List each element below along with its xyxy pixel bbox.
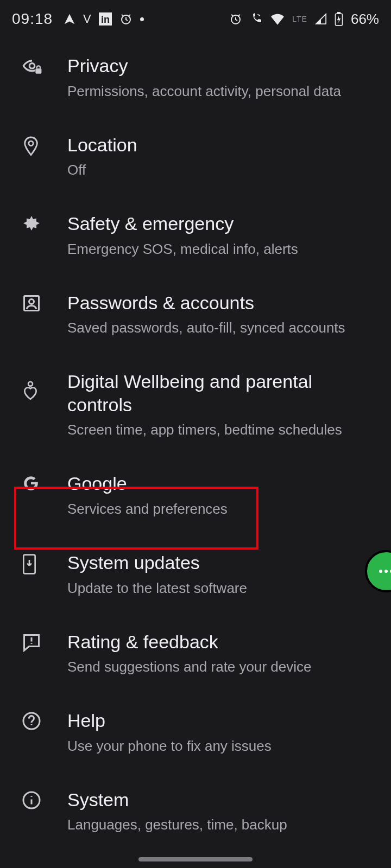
settings-item-passwords[interactable]: Passwords & accounts Saved passwords, au… <box>0 275 391 354</box>
svg-point-10 <box>29 299 34 304</box>
settings-item-title: Safety & emergency <box>67 212 374 235</box>
settings-item-title: Digital Wellbeing and parental controls <box>67 370 374 416</box>
svg-point-8 <box>29 141 34 146</box>
settings-item-title: Privacy <box>67 54 374 78</box>
settings-item-subtitle: Emergency SOS, medical info, alerts <box>67 240 374 259</box>
settings-item-title: Passwords & accounts <box>67 291 374 315</box>
alarm-icon <box>119 12 133 25</box>
help-icon <box>22 709 67 731</box>
settings-item-subtitle: Off <box>67 161 374 180</box>
status-bar: 09:18 V in LTE <box>0 0 391 33</box>
settings-item-wellbeing[interactable]: Digital Wellbeing and parental controls … <box>0 354 391 456</box>
wellbeing-icon <box>22 370 67 401</box>
settings-item-title: Rating & feedback <box>67 630 374 654</box>
svg-point-6 <box>29 63 35 69</box>
gesture-nav-bar[interactable] <box>138 857 253 861</box>
more-notifications-dot <box>140 17 144 21</box>
settings-item-title: Google <box>67 472 374 495</box>
google-icon <box>22 472 67 493</box>
privacy-icon <box>22 54 67 77</box>
lte-label: LTE <box>292 15 307 23</box>
v-icon: V <box>83 12 91 26</box>
settings-item-title: Help <box>67 709 374 732</box>
system-updates-icon <box>22 551 67 575</box>
settings-item-safety[interactable]: Safety & emergency Emergency SOS, medica… <box>0 196 391 275</box>
feedback-icon <box>22 630 67 652</box>
svg-point-11 <box>28 382 33 386</box>
settings-item-privacy[interactable]: Privacy Permissions, account activity, p… <box>0 38 391 117</box>
settings-item-subtitle: Permissions, account activity, personal … <box>67 82 374 101</box>
wifi-calling-icon <box>250 12 263 25</box>
wifi-icon <box>270 13 285 25</box>
settings-item-google[interactable]: Google Services and preferences <box>0 456 391 535</box>
svg-rect-7 <box>35 68 41 74</box>
settings-item-system-updates[interactable]: System updates Update to the latest soft… <box>0 535 391 614</box>
settings-item-title: System updates <box>67 551 374 575</box>
settings-item-location[interactable]: Location Off <box>0 117 391 196</box>
settings-list: Privacy Permissions, account activity, p… <box>0 33 391 868</box>
settings-item-title: Location <box>67 133 374 157</box>
linkedin-icon: in <box>99 12 112 25</box>
svg-rect-5 <box>337 12 341 14</box>
more-dots-icon <box>379 570 391 573</box>
settings-item-subtitle: Screen time, app timers, bedtime schedul… <box>67 420 374 439</box>
status-right: LTE 66% <box>229 11 379 28</box>
battery-percent: 66% <box>351 11 379 28</box>
alarm-status-icon <box>229 12 242 25</box>
location-icon <box>22 133 67 157</box>
svg-text:in: in <box>101 14 110 25</box>
settings-item-subtitle: Saved passwords, auto-fill, synced accou… <box>67 318 374 337</box>
signal-icon <box>315 13 327 25</box>
settings-item-help[interactable]: Help Use your phone to fix any issues <box>0 693 391 772</box>
settings-item-subtitle: Languages, gestures, time, backup <box>67 815 374 834</box>
settings-item-subtitle: Update to the latest software <box>67 579 374 598</box>
settings-item-feedback[interactable]: Rating & feedback Send suggestions and r… <box>0 614 391 693</box>
safety-icon <box>22 212 67 234</box>
settings-item-subtitle: Services and preferences <box>67 500 374 519</box>
battery-icon <box>335 12 343 26</box>
settings-item-subtitle: Send suggestions and rate your device <box>67 658 374 676</box>
settings-item-subtitle: Use your phone to fix any issues <box>67 737 374 756</box>
info-icon <box>22 788 67 810</box>
status-left: 09:18 V in <box>12 10 144 28</box>
settings-item-title: System <box>67 788 374 812</box>
status-clock: 09:18 <box>12 10 53 28</box>
send-icon <box>64 13 75 25</box>
accounts-icon <box>22 291 67 313</box>
settings-item-system[interactable]: System Languages, gestures, time, backup <box>0 772 391 851</box>
